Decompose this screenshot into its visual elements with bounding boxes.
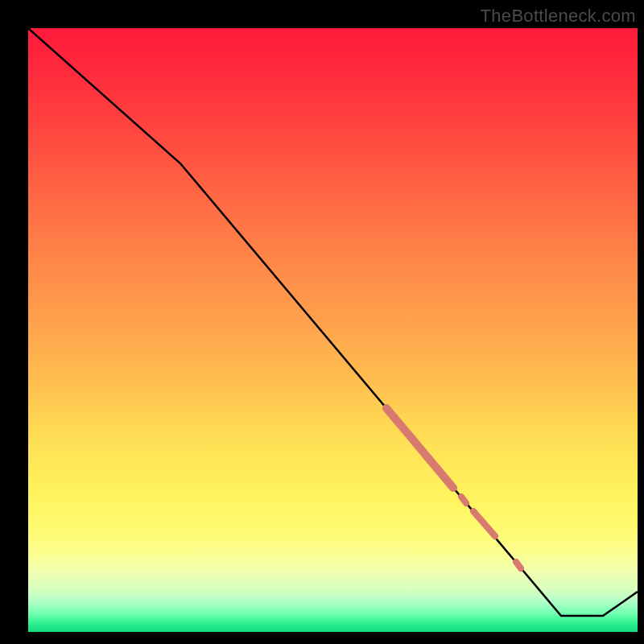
chart-svg (28, 28, 638, 632)
highlight-segment-2 (461, 497, 466, 503)
watermark-text: TheBottleneck.com (481, 6, 636, 27)
highlight-segment-4 (516, 562, 521, 568)
chart-area (28, 28, 638, 632)
highlight-segment-3 (473, 511, 495, 536)
highlight-segment-1 (386, 408, 453, 488)
bottleneck-curve (28, 28, 638, 616)
